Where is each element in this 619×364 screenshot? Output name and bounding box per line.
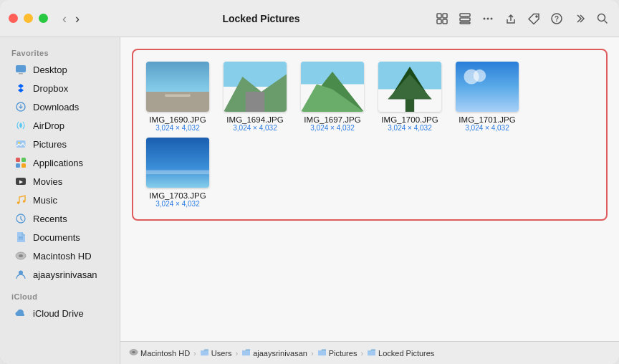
svg-rect-14 [16,65,26,72]
breadcrumb-item[interactable]: ajaaysrinivasan [241,348,307,358]
svg-rect-17 [16,140,26,148]
favorites-label: Favorites [0,46,120,60]
folder-small-icon [317,348,327,358]
sidebar-item-applications[interactable]: Applications [3,153,117,172]
breadcrumb-item[interactable]: Pictures [317,348,358,358]
sidebar-item-label: Dropbox [33,83,68,94]
folder-small-icon [367,348,376,358]
svg-rect-20 [21,158,26,162]
help-button[interactable]: ? [549,11,565,27]
tag-button[interactable] [526,11,542,27]
svg-rect-15 [19,73,23,75]
sidebar-item-label: Downloads [33,102,79,112]
sidebar-item-airdrop[interactable]: AirDrop [3,116,117,135]
svg-point-9 [491,17,493,19]
sidebar-item-label: Applications [33,158,83,168]
svg-point-33 [132,351,135,353]
svg-point-10 [536,16,537,17]
file-area: IMG_1690.JPG3,024 × 4,032IMG_1694.JPG3,0… [120,37,619,341]
sidebar-item-downloads[interactable]: Downloads [3,97,117,116]
file-dims: 3,024 × 4,032 [155,124,199,132]
svg-rect-5 [460,18,470,21]
icloud-label: iCloud [0,289,120,304]
svg-point-30 [19,254,23,257]
file-item[interactable]: IMG_1697.JPG3,024 × 4,032 [297,62,368,132]
file-name: IMG_1694.JPG [226,115,283,124]
sidebar-item-label: Desktop [33,64,67,75]
svg-rect-0 [437,14,441,18]
sidebar-item-dropbox[interactable]: Dropbox [3,79,117,97]
svg-point-7 [484,17,486,19]
breadcrumb-label: Users [211,349,232,358]
forward-button[interactable]: › [72,11,82,27]
sidebar-item-label: iCloud Drive [33,308,84,319]
svg-rect-19 [16,158,20,162]
file-name: IMG_1697.JPG [304,115,360,124]
toolbar-right: ? [434,11,610,27]
svg-rect-2 [437,19,441,24]
more-options-button[interactable] [480,11,496,27]
breadcrumb-item[interactable]: Users [200,348,232,358]
sidebar-item-movies[interactable]: Movies [3,172,117,191]
chevron-right-button[interactable] [572,11,587,27]
content-area: IMG_1690.JPG3,024 × 4,032IMG_1694.JPG3,0… [120,37,619,364]
sidebar-item-recents[interactable]: Recents [3,209,117,228]
file-dims: 3,024 × 4,032 [233,124,277,132]
sidebar-item-desktop[interactable]: Desktop [3,60,117,79]
breadcrumb-arrow: › [311,349,314,358]
svg-rect-4 [460,14,470,16]
svg-rect-1 [443,14,447,18]
file-name: IMG_1701.JPG [459,115,515,124]
svg-point-25 [23,200,26,203]
file-item[interactable]: IMG_1700.JPG3,024 × 4,032 [374,62,446,132]
sidebar-item-macintosh-hd[interactable]: Macintosh HD [3,246,117,265]
maximize-button[interactable] [39,14,48,23]
sidebar-item-label: Movies [33,176,62,187]
sidebar-item-label: Documents [33,232,80,243]
file-name: IMG_1703.JPG [149,191,206,200]
sidebar-item-label: AirDrop [33,120,64,131]
nav-buttons: ‹ › [59,11,82,27]
sidebar-item-music[interactable]: Music [3,191,117,209]
view-icons-button[interactable] [434,11,450,27]
file-item[interactable]: IMG_1694.JPG3,024 × 4,032 [219,62,291,132]
search-button[interactable] [595,11,610,27]
finder-window: ‹ › Locked Pictures [0,0,619,364]
sidebar-item-label: Recents [33,214,67,224]
desktop-icon [14,63,27,76]
view-list-button[interactable] [457,11,473,27]
share-button[interactable] [503,11,519,27]
svg-point-8 [487,17,489,19]
file-dims: 3,024 × 4,032 [155,200,199,208]
breadcrumb-item[interactable]: Macintosh HD [129,348,190,358]
downloads-icon [14,100,27,113]
minimize-button[interactable] [24,14,33,23]
applications-icon [14,156,27,169]
file-item[interactable]: IMG_1701.JPG3,024 × 4,032 [451,62,523,132]
file-item[interactable]: IMG_1690.JPG3,024 × 4,032 [142,62,213,132]
recents-icon [14,212,27,225]
back-button[interactable]: ‹ [59,11,69,27]
airdrop-icon [14,119,27,132]
svg-text:?: ? [555,15,559,23]
documents-icon [14,231,27,244]
folder-small-icon [241,348,251,358]
sidebar-item-icloud-drive[interactable]: iCloud Drive [3,304,117,322]
svg-point-13 [598,14,605,21]
close-button[interactable] [9,14,18,23]
folder-small-icon [129,348,138,358]
breadcrumb-arrow: › [360,349,363,358]
user-icon [14,268,27,281]
sidebar-item-label: Macintosh HD [33,251,92,262]
sidebar-item-documents[interactable]: Documents [3,228,117,246]
selection-box: IMG_1690.JPG3,024 × 4,032IMG_1694.JPG3,0… [132,49,608,221]
statusbar: Macintosh HD›Users›ajaaysrinivasan›Pictu… [120,341,619,364]
breadcrumb-item[interactable]: Locked Pictures [367,348,434,358]
sidebar-item-pictures[interactable]: Pictures [3,135,117,153]
file-name: IMG_1700.JPG [381,115,438,124]
svg-point-18 [18,142,19,143]
sidebar-item-user[interactable]: ajaaysrinivasan [3,265,117,284]
pictures-icon [14,138,27,150]
file-item[interactable]: IMG_1703.JPG3,024 × 4,032 [142,138,213,208]
file-name: IMG_1690.JPG [149,115,206,124]
